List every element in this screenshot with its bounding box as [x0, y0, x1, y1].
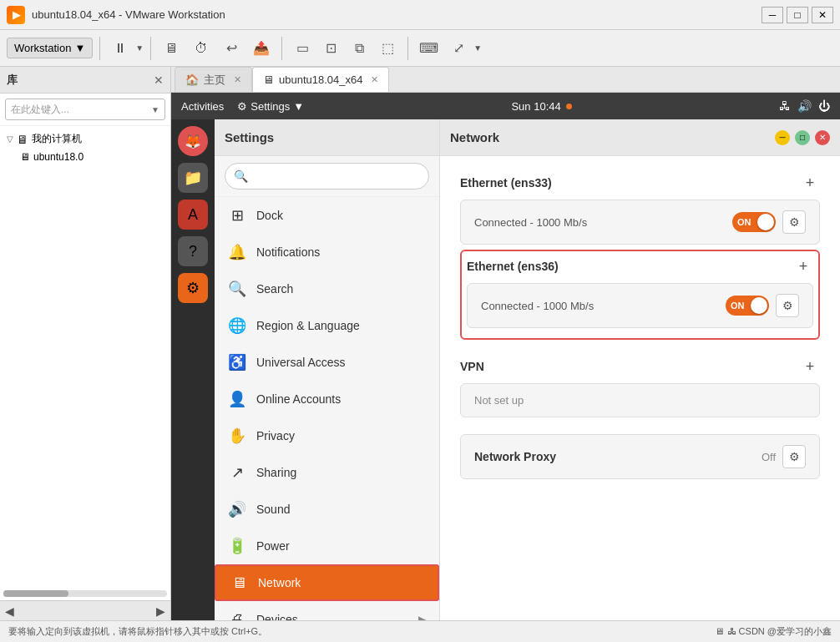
network-settings-content: Network ─ □ ✕ Ethernet (ens33) + — [440, 119, 840, 620]
dock-icon: ⊞ — [228, 206, 246, 225]
revert-button[interactable]: ↩ — [218, 37, 245, 60]
window-maximize-button[interactable]: □ — [795, 130, 810, 145]
settings-item-network[interactable]: 🖥 Network — [215, 564, 439, 601]
ubuntu-volume-icon[interactable]: 🔊 — [797, 99, 812, 113]
toolbar-separator-3 — [281, 37, 282, 60]
tab-vm[interactable]: 🖥 ubuntu18.04_x64 ✕ — [252, 67, 389, 92]
sharing-icon: ↗ — [228, 463, 246, 482]
settings-item-notifications[interactable]: 🔔 Notifications — [215, 234, 439, 270]
settings-item-devices[interactable]: 🖨 Devices ▶ — [215, 601, 439, 620]
snapshot-button[interactable]: ⏱ — [188, 37, 215, 60]
network-content: Ethernet (ens33) + Connected - 1000 Mb/s… — [440, 156, 840, 620]
dock-label: Dock — [256, 209, 283, 222]
settings-menu-button[interactable]: ⚙ Settings ▼ — [237, 100, 304, 113]
my-computer-label: 我的计算机 — [32, 132, 82, 146]
vm-tree-label: ubuntu18.0 — [33, 151, 83, 163]
settings-item-power[interactable]: 🔋 Power — [215, 528, 439, 564]
proxy-settings-button[interactable]: ⚙ — [782, 445, 806, 468]
tree-item-my-computer[interactable]: ▽ 🖥 我的计算机 — [3, 129, 167, 149]
settings-item-accounts[interactable]: 👤 Online Accounts — [215, 381, 439, 417]
console-button[interactable]: ⌨ — [415, 37, 442, 60]
minimize-button[interactable]: ─ — [762, 7, 783, 23]
view-fit-button[interactable]: ⬚ — [374, 37, 401, 60]
view-normal-button[interactable]: ▭ — [289, 37, 316, 60]
settings-sidebar: Settings 🔍 ⊞ Dock — [215, 119, 440, 620]
help-icon[interactable]: ? — [178, 236, 208, 266]
maximize-button[interactable]: □ — [787, 7, 808, 23]
ethernet1-settings-button[interactable]: ⚙ — [782, 210, 806, 234]
settings-item-sound[interactable]: 🔊 Sound — [215, 491, 439, 528]
vpn-card: Not set up — [460, 383, 820, 417]
universal-icon: ♿ — [228, 353, 246, 372]
ethernet2-section-header: Ethernet (ens36) + — [467, 256, 813, 276]
share-button[interactable]: 📤 — [248, 37, 275, 60]
home-tab-close[interactable]: ✕ — [234, 74, 241, 85]
library-search-dropdown[interactable]: ▼ — [151, 105, 159, 114]
window-close-button[interactable]: ✕ — [815, 130, 830, 145]
library-panel: 库 ✕ 在此处键入... ▼ ▽ 🖥 我的计算机 🖥 ubuntu18.0 — [0, 67, 171, 620]
tab-home[interactable]: 🏠 主页 ✕ — [175, 67, 252, 92]
vm-tab-close[interactable]: ✕ — [371, 74, 378, 85]
ubuntu-topbar: Activities ⚙ Settings ▼ Sun 10:44 🖧 🔊 — [171, 93, 840, 119]
stretch-button[interactable]: ⤢ — [445, 37, 472, 60]
status-icons: 🖥 🖧 CSDN @爱学习的小鑫 — [715, 625, 832, 638]
library-title: 库 — [7, 73, 18, 88]
ubuntu-topbar-center: Sun 10:44 — [511, 100, 571, 113]
library-bottom-bar: ◀ ▶ — [0, 600, 170, 620]
settings-item-privacy[interactable]: ✋ Privacy — [215, 417, 439, 454]
tree-subitem-vm[interactable]: 🖥 ubuntu18.0 — [17, 149, 167, 165]
proxy-status: Off — [762, 451, 776, 463]
library-scrollbar[interactable] — [3, 590, 167, 597]
sound-icon: 🔊 — [228, 500, 246, 518]
settings-item-search[interactable]: 🔍 Search — [215, 270, 439, 307]
library-close-button[interactable]: ✕ — [154, 73, 164, 87]
vm-settings-button[interactable]: 🖥 — [158, 37, 185, 60]
view-unity-button[interactable]: ⧉ — [346, 37, 372, 60]
settings-dock-icon[interactable]: ⚙ — [178, 273, 208, 303]
vm-tab-icon: 🖥 — [263, 73, 274, 86]
devices-item-left: 🖨 Devices — [228, 611, 298, 621]
workstation-button[interactable]: Workstation ▼ — [7, 38, 93, 58]
ethernet2-add-button[interactable]: + — [793, 256, 813, 276]
close-button[interactable]: ✕ — [812, 7, 833, 23]
vm-tab-label: ubuntu18.04_x64 — [279, 73, 362, 86]
settings-item-universal[interactable]: ♿ Universal Access — [215, 344, 439, 381]
region-icon: 🌐 — [228, 316, 246, 335]
library-search-text: 在此处键入... — [11, 103, 69, 117]
proxy-card: Network Proxy Off ⚙ — [460, 434, 820, 479]
vpn-add-button[interactable]: + — [800, 356, 820, 377]
ethernet2-toggle-label: ON — [731, 301, 745, 311]
firefox-icon[interactable]: 🦊 — [178, 126, 208, 156]
files-icon[interactable]: 📁 — [178, 163, 208, 193]
settings-gear-icon: ⚙ — [237, 100, 247, 113]
devices-arrow-icon: ▶ — [418, 614, 426, 620]
pause-dropdown[interactable]: ▼ — [135, 43, 144, 53]
ethernet2-toggle[interactable]: ON — [726, 296, 769, 316]
ubuntu-power-icon[interactable]: ⏻ — [818, 99, 830, 113]
stretch-dropdown[interactable]: ▼ — [473, 43, 482, 53]
network-icon: 🖥 — [230, 574, 248, 592]
settings-item-region[interactable]: 🌐 Region & Language — [215, 307, 439, 344]
network-panel-title: Network — [450, 130, 499, 144]
ubuntu-dock: 🦊 📁 A ? ⚙ ⊞ — [171, 119, 215, 620]
ethernet2-settings-button[interactable]: ⚙ — [776, 294, 799, 317]
title-bar-controls: ─ □ ✕ — [762, 7, 833, 23]
settings-item-dock[interactable]: ⊞ Dock — [215, 197, 439, 234]
ubuntu-network-icon[interactable]: 🖧 — [779, 99, 791, 113]
view-fullscreen-button[interactable]: ⊡ — [317, 37, 344, 60]
nav-forward-button[interactable]: ▶ — [156, 604, 165, 618]
software-icon[interactable]: A — [178, 200, 208, 230]
vpn-section-header: VPN + — [460, 356, 820, 377]
activities-button[interactable]: Activities — [181, 100, 224, 113]
vpn-status: Not set up — [474, 394, 524, 407]
ethernet1-toggle[interactable]: ON — [732, 212, 776, 232]
ethernet1-toggle-label: ON — [737, 217, 751, 227]
ethernet1-add-button[interactable]: + — [800, 173, 820, 193]
settings-item-sharing[interactable]: ↗ Sharing — [215, 454, 439, 491]
privacy-label: Privacy — [256, 429, 295, 442]
window-minimize-button[interactable]: ─ — [775, 130, 790, 145]
settings-search-box[interactable]: 🔍 — [225, 163, 429, 190]
pause-button[interactable]: ⏸ — [107, 37, 134, 60]
nav-back-button[interactable]: ◀ — [5, 604, 14, 618]
ethernet1-status: Connected - 1000 Mb/s — [474, 216, 587, 229]
